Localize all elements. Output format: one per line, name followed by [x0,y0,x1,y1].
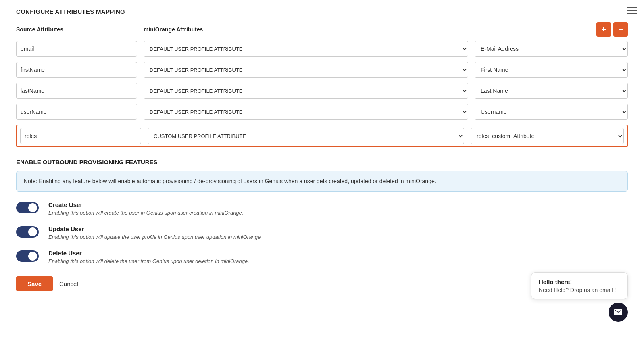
source-input-4[interactable] [16,104,137,120]
attribute-value-select-5[interactable]: roles_custom_Attribute [471,128,624,144]
attribute-value-select-2[interactable]: E-Mail AddressFirst NameLast NameUsernam… [475,62,628,78]
mapping-row-1: DEFAULT USER PROFILE ATTRIBUTECUSTOM USE… [16,41,628,57]
chat-open-button[interactable] [609,303,628,322]
chat-widget: Hello there! Need Help? Drop us an email… [531,272,628,322]
attribute-type-select-1[interactable]: DEFAULT USER PROFILE ATTRIBUTECUSTOM USE… [144,41,468,57]
attribute-value-select-4[interactable]: E-Mail AddressFirst NameLast NameUsernam… [475,104,628,120]
remove-row-button[interactable]: − [613,22,628,37]
feature-row-update-user: Update UserEnabling this option will upd… [16,225,628,240]
outbound-note: Note: Enabling any feature below will en… [16,171,628,192]
source-col-label: Source Attributes [16,26,137,33]
feature-desc-delete-user: Enabling this option will delete the use… [48,258,628,264]
source-input-2[interactable] [16,62,137,78]
attribute-value-select-1[interactable]: E-Mail AddressFirst NameLast NameUsernam… [475,41,628,57]
mapping-row-3: DEFAULT USER PROFILE ATTRIBUTECUSTOM USE… [16,83,628,99]
feature-row-create-user: Create UserEnabling this option will cre… [16,201,628,216]
source-input-3[interactable] [16,83,137,99]
attribute-type-select-3[interactable]: DEFAULT USER PROFILE ATTRIBUTECUSTOM USE… [144,83,468,99]
add-row-button[interactable]: + [596,22,611,37]
configure-title: CONFIGURE ATTRIBUTES MAPPING [16,8,628,15]
toggle-update-user[interactable] [16,226,39,238]
attribute-type-select-5[interactable]: DEFAULT USER PROFILE ATTRIBUTECUSTOM USE… [148,128,464,144]
feature-row-delete-user: Delete UserEnabling this option will del… [16,250,628,264]
feature-desc-create-user: Enabling this option will create the use… [48,210,628,216]
chat-envelope-icon [613,307,623,317]
save-button[interactable]: Save [16,276,53,291]
source-input-5[interactable] [20,128,141,144]
toggle-create-user[interactable] [16,202,39,213]
cancel-button[interactable]: Cancel [59,280,78,287]
source-input-1[interactable] [16,41,137,57]
attribute-type-select-4[interactable]: DEFAULT USER PROFILE ATTRIBUTECUSTOM USE… [144,104,468,120]
hamburger-menu-icon[interactable] [627,7,637,14]
chat-hello-title: Hello there! [539,278,620,285]
feature-title-update-user: Update User [48,225,628,232]
mapping-row-2: DEFAULT USER PROFILE ATTRIBUTECUSTOM USE… [16,62,628,78]
mapping-row-4: DEFAULT USER PROFILE ATTRIBUTECUSTOM USE… [16,104,628,120]
miniorange-col-label: miniOrange Attributes [144,26,590,33]
attribute-type-select-2[interactable]: DEFAULT USER PROFILE ATTRIBUTECUSTOM USE… [144,62,468,78]
mapping-row-5: DEFAULT USER PROFILE ATTRIBUTECUSTOM USE… [16,125,628,147]
chat-bubble: Hello there! Need Help? Drop us an email… [531,272,628,299]
feature-title-create-user: Create User [48,201,628,208]
toggle-delete-user[interactable] [16,250,39,262]
chat-message: Need Help? Drop us an email ! [539,287,620,293]
feature-title-delete-user: Delete User [48,250,628,257]
outbound-title: ENABLE OUTBOUND PROVISIONING FEATURES [16,159,628,165]
attribute-value-select-3[interactable]: E-Mail AddressFirst NameLast NameUsernam… [475,83,628,99]
feature-desc-update-user: Enabling this option will update the use… [48,234,628,240]
